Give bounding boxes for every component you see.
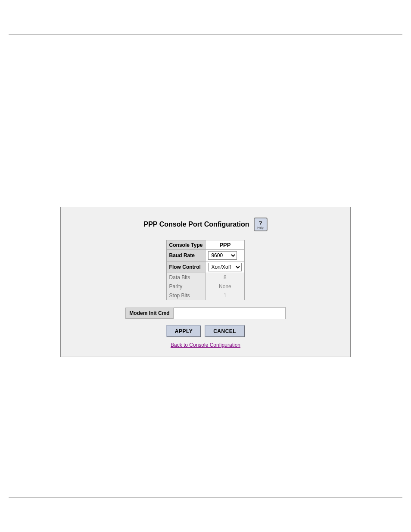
console-type-row: Console Type PPP bbox=[166, 240, 245, 250]
data-bits-label: Data Bits bbox=[166, 273, 206, 282]
modem-init-input[interactable] bbox=[174, 307, 286, 319]
baud-rate-select[interactable]: 9600 19200 38400 57600 115200 bbox=[208, 251, 237, 260]
button-row: APPLY CANCEL bbox=[69, 325, 342, 337]
modem-init-row: Modem Init Cmd bbox=[69, 307, 342, 319]
baud-rate-cell: 9600 19200 38400 57600 115200 bbox=[206, 250, 245, 261]
main-container: PPP Console Port Configuration ? Help Co… bbox=[60, 207, 351, 357]
apply-button[interactable]: APPLY bbox=[166, 325, 201, 337]
form-title-row: PPP Console Port Configuration ? Help bbox=[69, 218, 342, 231]
flow-control-select[interactable]: Xon/Xoff None RTS/CTS bbox=[208, 263, 242, 271]
parity-row: Parity None bbox=[166, 282, 245, 291]
top-border bbox=[9, 34, 402, 35]
stop-bits-value: 1 bbox=[206, 291, 245, 300]
baud-rate-row: Baud Rate 9600 19200 38400 57600 115200 bbox=[166, 250, 245, 261]
console-type-value: PPP bbox=[206, 240, 245, 250]
cancel-button[interactable]: CANCEL bbox=[205, 325, 245, 337]
stop-bits-label: Stop Bits bbox=[166, 291, 206, 300]
back-to-console-link[interactable]: Back to Console Configuration bbox=[171, 342, 240, 348]
stop-bits-row: Stop Bits 1 bbox=[166, 291, 245, 300]
parity-value: None bbox=[206, 282, 245, 291]
help-icon-button[interactable]: ? Help bbox=[254, 218, 268, 231]
back-link-container: Back to Console Configuration bbox=[69, 342, 342, 348]
modem-init-label: Modem Init Cmd bbox=[125, 308, 173, 319]
baud-rate-label: Baud Rate bbox=[166, 250, 206, 261]
form-title: PPP Console Port Configuration bbox=[143, 221, 249, 228]
parity-label: Parity bbox=[166, 282, 206, 291]
flow-control-row: Flow Control Xon/Xoff None RTS/CTS bbox=[166, 261, 245, 273]
data-bits-row: Data Bits 8 bbox=[166, 273, 245, 282]
help-question-mark: ? bbox=[258, 220, 262, 226]
bottom-border bbox=[9, 497, 402, 498]
flow-control-label: Flow Control bbox=[166, 261, 206, 273]
flow-control-cell: Xon/Xoff None RTS/CTS bbox=[206, 261, 245, 273]
data-bits-value: 8 bbox=[206, 273, 245, 282]
config-table: Console Type PPP Baud Rate 9600 19200 38… bbox=[166, 240, 245, 300]
help-label: Help bbox=[257, 226, 263, 229]
console-type-label: Console Type bbox=[166, 240, 206, 250]
